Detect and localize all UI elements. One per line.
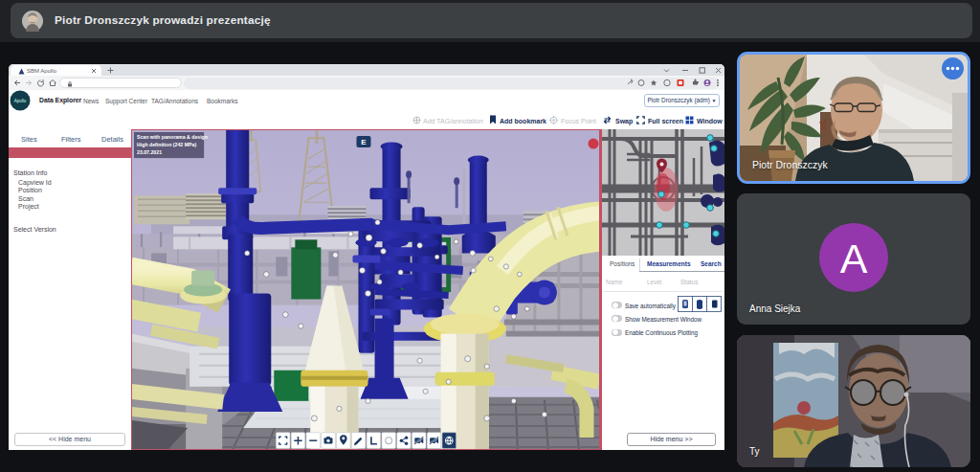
svg-text:23.07.2021: 23.07.2021 <box>137 149 162 155</box>
svg-text:Apollo: Apollo <box>14 99 27 103</box>
svg-text:E: E <box>361 138 367 146</box>
svg-text:Scan with panorama & design: Scan with panorama & design <box>137 134 208 140</box>
svg-text:High definition (242 MPa): High definition (242 MPa) <box>137 142 196 147</box>
